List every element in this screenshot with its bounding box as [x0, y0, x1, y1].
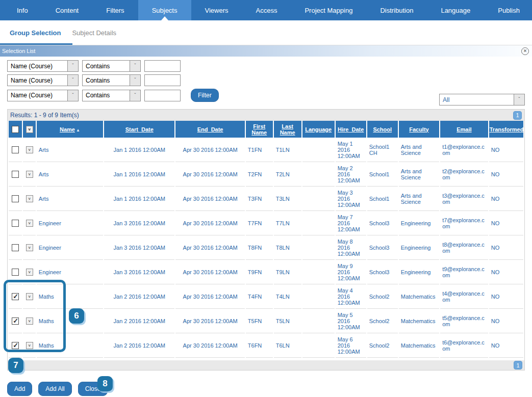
column-header-label[interactable]: Transformed — [490, 126, 524, 133]
cell-first-name: T3FN — [246, 187, 273, 211]
column-header-label[interactable]: Start_Date — [125, 126, 154, 133]
row-expand-dropdown[interactable]: v — [26, 342, 33, 349]
column-header-label[interactable]: Name — [60, 126, 75, 133]
nav-tab-info[interactable]: Info — [3, 0, 42, 20]
nav-tab-subjects[interactable]: Subjects — [138, 0, 191, 20]
filter-operator-select[interactable]: Containsˇ — [82, 60, 141, 72]
column-header-label[interactable]: Language — [305, 126, 332, 133]
cell-language — [302, 187, 335, 211]
cell-name: Engineer — [37, 235, 103, 260]
page-size-value: All — [440, 96, 452, 103]
nav-tab-viewers[interactable]: Viewers — [191, 0, 242, 20]
cell-language — [302, 162, 335, 187]
cell-language — [302, 235, 335, 260]
cell-email: t3@explorance.com — [440, 187, 488, 211]
cell-start-date: Jan 1 2016 12:00AM — [104, 162, 174, 187]
row-expand-dropdown[interactable]: v — [26, 220, 33, 227]
row-checkbox[interactable] — [12, 293, 19, 300]
row-checkbox[interactable] — [12, 244, 19, 251]
page-number-badge-bottom[interactable]: 1 — [514, 361, 522, 369]
column-header-label[interactable]: Hire_Date — [338, 126, 364, 133]
filter-field-select[interactable]: Name (Course)ˇ — [7, 74, 79, 86]
column-header-label[interactable]: First Name — [251, 123, 267, 136]
table-row: vEngineerJan 3 2016 12:00AMApr 30 2016 1… — [9, 260, 523, 284]
row-checkbox[interactable] — [12, 317, 19, 325]
cell-transformed: NO — [489, 284, 523, 309]
row-expand-dropdown[interactable]: v — [26, 317, 33, 325]
row-checkbox[interactable] — [12, 220, 19, 227]
row-checkbox[interactable] — [12, 269, 19, 276]
row-menu-dropdown-icon[interactable]: v — [26, 126, 33, 133]
subtab-subject-details[interactable]: Subject Details — [66, 20, 122, 45]
cell-row-menu: v — [23, 138, 35, 162]
filter-field-select[interactable]: Name (Course)ˇ — [7, 90, 79, 101]
cell-end-date: Apr 30 2016 12:00AM — [175, 162, 244, 187]
chevron-down-icon: ˇ — [130, 90, 140, 101]
column-header-hire-date: Hire_Date — [336, 121, 366, 138]
cell-hire-date: May 6 2016 12:00AM — [336, 333, 366, 358]
cell-faculty: Arts and Science — [399, 138, 439, 162]
cell-end-date: Apr 30 2016 12:00AM — [175, 284, 244, 309]
row-expand-dropdown[interactable]: v — [26, 244, 33, 251]
table-row: vEngineerJan 3 2016 12:00AMApr 30 2016 1… — [9, 235, 523, 260]
row-expand-dropdown[interactable]: v — [26, 293, 33, 300]
row-expand-dropdown[interactable]: v — [26, 171, 33, 178]
column-header-transformed: Transformed — [489, 121, 523, 138]
column-header-label[interactable]: End_Date — [197, 126, 223, 133]
select-all-checkbox[interactable] — [12, 126, 19, 133]
cell-first-name: T4FN — [246, 284, 273, 309]
nav-tab-access[interactable]: Access — [242, 0, 291, 20]
column-header-label[interactable]: School — [373, 126, 392, 133]
row-expand-dropdown[interactable]: v — [26, 146, 33, 153]
select-all-header — [9, 121, 22, 138]
nav-tab-distribution[interactable]: Distribution — [366, 0, 427, 20]
cell-school: School1 — [367, 162, 398, 187]
filter-value-input[interactable] — [144, 74, 181, 86]
cell-school: School3 — [367, 211, 398, 235]
row-checkbox[interactable] — [12, 342, 19, 349]
row-checkbox[interactable] — [12, 146, 19, 153]
cell-faculty: Arts and Science — [399, 162, 439, 187]
filter-value-input[interactable] — [144, 90, 181, 101]
results-summary: Results: 1 - 9 of 9 Item(s) — [10, 112, 79, 119]
cell-transformed: NO — [489, 260, 523, 284]
results-panel: Results: 1 - 9 of 9 Item(s) 1 vName▲Star… — [7, 109, 525, 370]
nav-tab-language[interactable]: Language — [427, 0, 484, 20]
filter-field-select-value: Name (Course) — [8, 92, 56, 99]
filter-field-select[interactable]: Name (Course)ˇ — [7, 60, 79, 72]
cell-email: t7@explorance.com — [440, 211, 488, 235]
cell-faculty: Matchematics — [399, 333, 439, 358]
cell-first-name: T6FN — [246, 333, 273, 358]
row-checkbox[interactable] — [12, 195, 19, 202]
cell-checkbox — [9, 260, 22, 284]
page-size-select[interactable]: All ˇ — [439, 94, 525, 105]
column-header-label[interactable]: Email — [457, 126, 471, 133]
subtab-group-selection[interactable]: Group Selection — [4, 20, 66, 45]
add-button[interactable]: Add — [7, 382, 32, 396]
filter-button[interactable]: Filter — [191, 89, 219, 102]
cell-row-menu: v — [23, 211, 35, 235]
cell-name: Maths — [37, 333, 103, 358]
cell-school: School2 — [367, 333, 398, 358]
nav-tab-filters[interactable]: Filters — [92, 0, 138, 20]
add-all-button[interactable]: Add All — [38, 382, 71, 396]
close-icon[interactable]: ✕ — [521, 47, 529, 55]
column-header-label[interactable]: Faculty — [409, 126, 429, 133]
nav-tab-publish[interactable]: Publish — [484, 0, 532, 20]
page-number-badge[interactable]: 1 — [513, 111, 522, 120]
filter-operator-select[interactable]: Containsˇ — [82, 90, 141, 101]
row-expand-dropdown[interactable]: v — [26, 269, 33, 276]
row-checkbox[interactable] — [12, 171, 19, 178]
row-expand-dropdown[interactable]: v — [26, 195, 33, 202]
cell-first-name: T5FN — [246, 309, 273, 333]
filter-operator-select[interactable]: Containsˇ — [82, 74, 141, 86]
filter-section: Name (Course)ˇContainsˇName (Course)ˇCon… — [0, 57, 532, 108]
cell-school: School3 — [367, 235, 398, 260]
column-header-last-name: Last Name — [274, 121, 301, 138]
filter-field-select-value: Name (Course) — [8, 63, 56, 70]
nav-tab-project-mapping[interactable]: Project Mapping — [291, 0, 366, 20]
column-header-label[interactable]: Last Name — [280, 123, 295, 136]
filter-value-input[interactable] — [144, 60, 181, 72]
nav-tab-content[interactable]: Content — [42, 0, 93, 20]
column-header-language: Language — [302, 121, 335, 138]
